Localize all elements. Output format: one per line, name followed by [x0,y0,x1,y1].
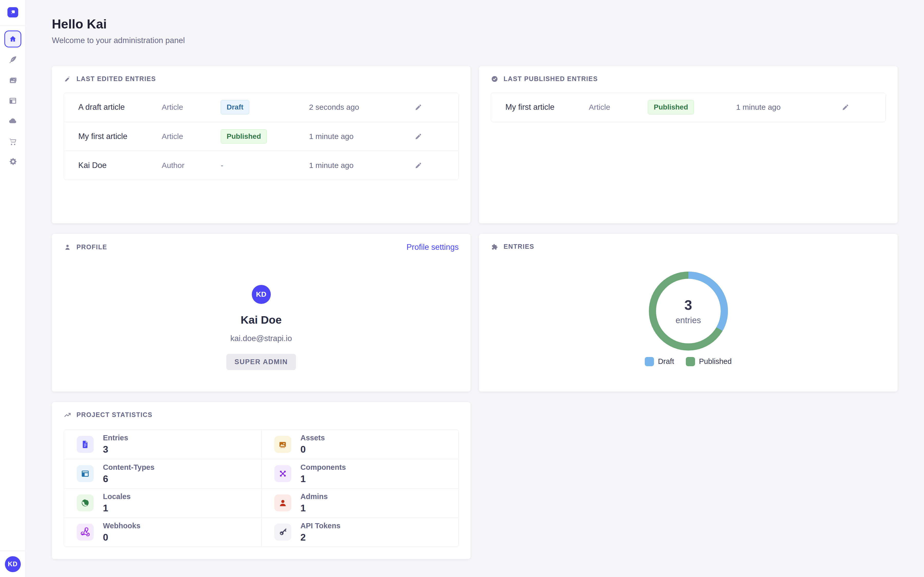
profile-card: PROFILE Profile settings KD Kai Doe kai.… [52,234,470,392]
user-icon [275,495,291,511]
donut-svg [649,271,728,351]
card-title: LAST EDITED ENTRIES [76,75,156,82]
trending-up-icon [64,411,71,419]
pencil-icon [414,103,423,111]
profile-settings-link[interactable]: Profile settings [407,243,459,252]
stat-value: 1 [300,474,346,484]
stat-value: 1 [103,503,131,514]
entry-type: Article [162,132,221,141]
marketplace-cart-icon [8,137,18,146]
sidebar-item-home[interactable] [4,31,21,47]
legend-label: Published [699,357,732,366]
chart-legend: Draft Published [491,357,886,366]
stat-value: 6 [103,474,155,484]
stat-assets: Assets 0 [261,430,459,459]
edit-entry-button[interactable] [414,103,459,111]
stat-label: Assets [300,434,325,442]
stat-value: 2 [300,532,341,543]
globe-icon [77,495,94,511]
card-header: LAST EDITED ENTRIES [64,75,459,83]
puzzle-icon [491,243,498,251]
stat-locales: Locales 1 [64,488,261,517]
stat-admins: Admins 1 [261,488,459,517]
stat-value: 1 [300,503,328,514]
sidebar-item-deploy-cloud[interactable] [0,116,26,126]
stat-label: Content-Types [103,463,155,472]
entries-chart-card: ENTRIES 3 entries Draft P [479,234,898,392]
nodes-icon [275,465,291,482]
entry-time: 2 seconds ago [309,103,414,111]
sidebar-item-content-type-builder[interactable] [0,96,26,106]
status-badge: Draft [221,100,249,114]
legend-label: Draft [658,357,674,366]
card-title: PROJECT STATISTICS [76,411,152,419]
entry-type: Article [162,103,221,111]
entries-table: My first article Article Published 1 min… [491,93,886,122]
empty-grid-cell [479,402,898,559]
table-row: My first article Article Published 1 min… [64,122,459,151]
sidebar-item-marketplace[interactable] [0,137,26,147]
card-title: PROFILE [76,243,107,251]
entry-time: 1 minute ago [309,161,414,170]
sidebar: KD [0,0,26,577]
page-title: Hello Kai [52,17,898,32]
user-icon [64,243,71,251]
stat-api-tokens: API Tokens 2 [261,517,459,547]
layout-icon [77,465,94,482]
key-icon [275,524,291,541]
edit-entry-button[interactable] [414,161,459,170]
entry-time: 1 minute ago [309,132,414,141]
sidebar-item-content-manager[interactable] [0,55,26,65]
status-badge: Published [221,129,267,143]
file-icon [77,436,94,453]
stat-value: 0 [103,532,141,543]
sidebar-item-media-library[interactable] [0,75,26,85]
strapi-logo[interactable] [7,7,18,18]
edit-entry-button[interactable] [414,132,459,141]
avatar: KD [252,285,271,304]
profile-name: Kai Doe [241,314,281,326]
status-empty: - [221,161,309,170]
stat-label: Components [300,463,346,472]
stat-label: Admins [300,492,328,501]
entry-name: My first article [506,103,589,112]
home-icon [9,35,17,43]
stat-webhooks: Webhooks 0 [64,517,261,547]
card-header: PROFILE [64,243,107,251]
dashboard-grid: LAST EDITED ENTRIES A draft article Arti… [52,66,898,559]
legend-item-published: Published [686,357,732,366]
card-header: ENTRIES [491,243,886,251]
legend-swatch-published [686,357,695,366]
role-badge: SUPER ADMIN [226,354,296,370]
card-header: PROJECT STATISTICS [64,411,459,419]
stats-table: Entries 3 Assets 0 [64,430,459,547]
edit-entry-button[interactable] [841,103,885,111]
webhook-icon [77,524,94,541]
sidebar-item-settings[interactable] [0,156,26,167]
entry-name: Kai Doe [78,161,162,170]
table-row: Kai Doe Author - 1 minute ago [64,151,459,180]
check-circle-icon [491,75,498,83]
profile-body: KD Kai Doe kai.doe@strapi.io SUPER ADMIN [64,252,459,370]
stat-label: Webhooks [103,522,141,530]
project-statistics-card: PROJECT STATISTICS Entries 3 [52,402,470,559]
pencil-icon [414,161,423,170]
stat-label: Locales [103,492,131,501]
status-badge: Published [648,100,694,114]
stat-value: 0 [300,444,325,455]
media-library-icon [8,76,18,85]
pencil-icon [841,103,850,111]
table-row: My first article Article Published 1 min… [491,93,885,122]
feather-icon [8,55,18,64]
stat-content-types: Content-Types 6 [64,459,261,488]
page-subtitle: Welcome to your administration panel [52,36,898,45]
entry-time: 1 minute ago [736,103,841,111]
strapi-logo-icon [10,9,16,16]
main-content: Hello Kai Welcome to your administration… [26,0,924,569]
pencil-icon [414,132,423,141]
user-avatar[interactable]: KD [5,556,21,572]
entry-name: A draft article [78,103,162,112]
sidebar-footer: KD [0,551,26,577]
stat-components: Components 1 [261,459,459,488]
entry-type: Article [589,103,648,111]
